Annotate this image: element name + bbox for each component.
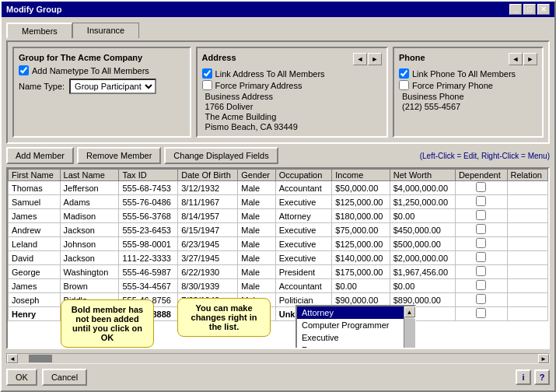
cell-1[interactable]: Jackson: [60, 251, 119, 265]
cell-7[interactable]: $1,967,456.00: [390, 265, 455, 279]
phone-prev-button[interactable]: ◄: [509, 53, 523, 65]
table-row[interactable]: GeorgeWashington555-46-59876/22/1930Male…: [9, 265, 548, 279]
cell-7[interactable]: $1,250,000.00: [390, 195, 455, 209]
address-prev-button[interactable]: ◄: [353, 53, 367, 65]
link-address-checkbox[interactable]: [202, 68, 212, 79]
cell-3[interactable]: 6/23/1945: [178, 237, 238, 251]
cell-2[interactable]: 555-76-0486: [119, 195, 178, 209]
dependent-cell[interactable]: [455, 209, 507, 223]
dependent-cell[interactable]: [455, 307, 507, 321]
cell-0[interactable]: George: [9, 265, 61, 279]
address-next-button[interactable]: ►: [368, 53, 382, 65]
cell-3[interactable]: 8/14/1957: [178, 209, 238, 223]
cell-7[interactable]: $0.00: [390, 209, 455, 223]
phone-next-button[interactable]: ►: [523, 53, 537, 65]
dependent-cell[interactable]: [455, 195, 507, 209]
cell-2[interactable]: 555-56-3768: [119, 209, 178, 223]
cell-0[interactable]: Andrew: [9, 223, 61, 237]
force-primary-phone-checkbox[interactable]: [399, 80, 409, 90]
cell-1[interactable]: Brown: [60, 279, 119, 293]
cell-2[interactable]: 555-98-0001: [119, 237, 178, 251]
dependent-cell[interactable]: [455, 251, 507, 265]
cell-1[interactable]: Johnson: [60, 237, 119, 251]
cell-6[interactable]: $175,000.00: [332, 265, 390, 279]
cell-1[interactable]: Adams: [60, 195, 119, 209]
info-button[interactable]: i: [516, 369, 531, 385]
dependent-cell[interactable]: [455, 223, 507, 237]
dependent-cell[interactable]: [455, 181, 507, 195]
dependent-cell[interactable]: [455, 293, 507, 307]
cell-7[interactable]: $500,000.00: [390, 237, 455, 251]
relation-cell[interactable]: [507, 195, 547, 209]
cell-1[interactable]: Madison: [60, 209, 119, 223]
cell-7[interactable]: $4,000,000.00: [390, 181, 455, 195]
cell-0[interactable]: Joseph: [9, 293, 61, 307]
dependent-cell[interactable]: [455, 265, 507, 279]
horizontal-scrollbar[interactable]: ◄ ►: [6, 353, 550, 364]
cell-2[interactable]: 555-46-5987: [119, 265, 178, 279]
cell-6[interactable]: $125,000.00: [332, 195, 390, 209]
cell-6[interactable]: $0.00: [332, 279, 390, 293]
cell-4[interactable]: Male: [238, 223, 275, 237]
relation-cell[interactable]: [507, 293, 547, 307]
table-row[interactable]: AndrewJackson555-23-64536/15/1947MaleExe…: [9, 223, 548, 237]
scrollbar-left-button[interactable]: ◄: [7, 354, 18, 363]
cell-0[interactable]: Thomas: [9, 181, 61, 195]
cell-1[interactable]: Jackson: [60, 223, 119, 237]
close-button[interactable]: ✕: [537, 4, 550, 15]
cell-7[interactable]: $2,000,000.00: [390, 251, 455, 265]
force-primary-address-checkbox[interactable]: [202, 80, 212, 90]
cell-0[interactable]: David: [9, 251, 61, 265]
cell-3[interactable]: 3/12/1932: [178, 181, 238, 195]
cell-1[interactable]: Washington: [60, 265, 119, 279]
cell-7[interactable]: $0.00: [390, 279, 455, 293]
cell-2[interactable]: 555-68-7453: [119, 181, 178, 195]
cell-3[interactable]: 3/27/1945: [178, 251, 238, 265]
cell-4[interactable]: Male: [238, 279, 275, 293]
cell-4[interactable]: Male: [238, 265, 275, 279]
relation-cell[interactable]: [507, 181, 547, 195]
cell-0[interactable]: Samuel: [9, 195, 61, 209]
maximize-button[interactable]: □: [523, 4, 536, 15]
cell-7[interactable]: $450,000.00: [390, 223, 455, 237]
name-type-select[interactable]: Group Participant: [69, 79, 156, 94]
cell-6[interactable]: $50,000.00: [332, 181, 390, 195]
relation-cell[interactable]: [507, 279, 547, 293]
occupation-dropdown[interactable]: Attorney Computer Programmer Executive F…: [295, 305, 416, 349]
dropdown-scrollbar[interactable]: ▲ ▼: [404, 306, 414, 349]
dropdown-item-farmer[interactable]: Farmer: [297, 344, 404, 349]
cell-4[interactable]: Male: [238, 181, 275, 195]
cell-5[interactable]: Executive: [275, 237, 332, 251]
dropdown-item-executive[interactable]: Executive: [297, 331, 404, 344]
cell-4[interactable]: Male: [238, 251, 275, 265]
cell-5[interactable]: Executive: [275, 251, 332, 265]
cell-2[interactable]: 111-22-3333: [119, 251, 178, 265]
table-row[interactable]: JamesBrown555-34-45678/30/1939MaleAccoun…: [9, 279, 548, 293]
cell-5[interactable]: President: [275, 265, 332, 279]
cell-0[interactable]: James: [9, 209, 61, 223]
cell-5[interactable]: Executive: [275, 223, 332, 237]
cell-4[interactable]: Male: [238, 209, 275, 223]
cell-1[interactable]: Jefferson: [60, 181, 119, 195]
table-row[interactable]: JamesMadison555-56-37688/14/1957MaleAtto…: [9, 209, 548, 223]
cell-4[interactable]: Male: [238, 195, 275, 209]
cell-4[interactable]: Male: [238, 237, 275, 251]
cell-5[interactable]: Executive: [275, 195, 332, 209]
cancel-button[interactable]: Cancel: [42, 369, 87, 386]
relation-cell[interactable]: [507, 237, 547, 251]
cell-2[interactable]: 555-34-4567: [119, 279, 178, 293]
ok-button[interactable]: OK: [6, 369, 37, 386]
cell-0[interactable]: James: [9, 279, 61, 293]
add-nametype-checkbox[interactable]: [19, 65, 29, 75]
relation-cell[interactable]: [507, 265, 547, 279]
scroll-up-arrow[interactable]: ▲: [404, 306, 415, 317]
scrollbar-right-button[interactable]: ►: [538, 354, 549, 363]
table-row[interactable]: DavidJackson111-22-33333/27/1945MaleExec…: [9, 251, 548, 265]
dependent-cell[interactable]: [455, 279, 507, 293]
cell-3[interactable]: 8/30/1939: [178, 279, 238, 293]
tab-members[interactable]: Members: [6, 23, 72, 38]
relation-cell[interactable]: [507, 307, 547, 321]
cell-2[interactable]: 555-23-6453: [119, 223, 178, 237]
dependent-cell[interactable]: [455, 237, 507, 251]
cell-3[interactable]: 6/22/1930: [178, 265, 238, 279]
